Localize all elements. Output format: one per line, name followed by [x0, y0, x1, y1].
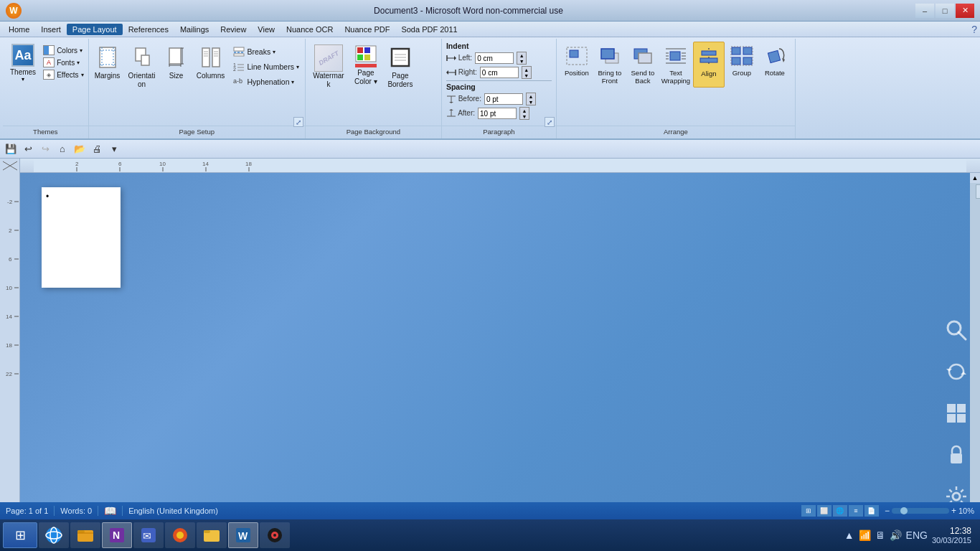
taskbar-media[interactable] — [260, 522, 290, 548]
before-spacing-input[interactable]: 0 pt — [484, 93, 523, 105]
maximize-button[interactable]: □ — [936, 4, 954, 18]
page-setup-expand-button[interactable]: ⤢ — [293, 117, 303, 127]
close-button[interactable]: ✕ — [956, 4, 974, 18]
menu-references[interactable]: References — [123, 24, 174, 35]
page-color-button[interactable]: Page Color ▾ — [349, 42, 383, 92]
left-indent-down[interactable]: ▼ — [517, 58, 526, 64]
redo-button[interactable]: ↪ — [37, 142, 53, 156]
menu-soda-pdf[interactable]: Soda PDF 2011 — [395, 24, 463, 35]
menu-page-layout[interactable]: Page Layout — [67, 24, 123, 35]
view-fullscreen-button[interactable]: ⬜ — [817, 505, 831, 517]
menu-mailings[interactable]: Mailings — [174, 24, 215, 35]
title-bar: W Document3 - Microsoft Word non-commerc… — [0, 0, 980, 22]
minimize-button[interactable]: – — [915, 4, 934, 18]
taskbar-clock[interactable]: 12:38 30/03/2015 — [932, 526, 971, 545]
send-to-back-button[interactable]: Send to Back — [627, 42, 659, 88]
start-button[interactable]: ⊞ — [3, 522, 37, 548]
zoom-out-button[interactable]: − — [885, 506, 890, 516]
fonts-sub-button[interactable]: A Fonts ▾ — [42, 57, 85, 68]
breaks-icon — [232, 46, 245, 57]
right-indent-input[interactable]: 0 cm — [480, 67, 519, 78]
bring-to-front-button[interactable]: Bring to Front — [594, 42, 626, 88]
right-indent-down[interactable]: ▼ — [522, 72, 531, 78]
rotate-button[interactable]: Rotate — [759, 42, 791, 88]
zoom-in-button[interactable]: + — [951, 506, 956, 516]
page-color-icon — [353, 44, 379, 69]
windows-side-icon[interactable] — [943, 400, 970, 427]
lock-side-icon[interactable] — [943, 441, 970, 468]
svg-text:W: W — [238, 530, 248, 542]
quick-print-button[interactable]: 🖨 — [89, 142, 105, 156]
hyphenation-button[interactable]: a-b Hyphenation ▾ — [230, 75, 302, 89]
taskbar-word[interactable]: W — [228, 522, 258, 548]
view-outline-button[interactable]: ≡ — [849, 505, 863, 517]
taskbar: ⊞ N ✉ W ▲ 📶 🖥 🔊 ENG 12:38 30/03/201 — [0, 519, 980, 551]
orientation-button[interactable]: Orientation — [126, 42, 158, 92]
sync-side-icon[interactable] — [943, 358, 970, 385]
effects-sub-button[interactable]: ◈ Effects ▾ — [42, 69, 85, 80]
taskbar-explorer[interactable] — [70, 522, 100, 548]
taskbar-filemanager[interactable] — [197, 522, 227, 548]
view-draft-button[interactable]: 📄 — [864, 505, 879, 517]
colors-sub-button[interactable]: Colors ▾ — [42, 44, 85, 56]
position-button[interactable]: Position — [561, 42, 593, 88]
left-indent-input[interactable]: 0 cm — [475, 52, 514, 64]
zoom-slider[interactable] — [892, 508, 949, 514]
view-web-button[interactable]: 🌐 — [833, 505, 847, 517]
scroll-thumb[interactable] — [976, 184, 980, 199]
watermark-button[interactable]: DRAFT Watermark — [310, 42, 347, 92]
view-print-button[interactable]: ⊞ — [801, 505, 816, 517]
toolbar-dropdown[interactable]: ▾ — [106, 142, 122, 156]
taskbar-app1[interactable]: ✉ — [133, 522, 164, 548]
tray-arrow[interactable]: ▲ — [844, 529, 854, 541]
bring-to-front-icon — [597, 44, 623, 67]
taskbar-onenote[interactable]: N — [102, 522, 132, 548]
scroll-up-button[interactable]: ▲ — [970, 173, 980, 183]
before-spacing-down[interactable]: ▼ — [527, 99, 535, 105]
menu-home[interactable]: Home — [3, 24, 35, 35]
taskbar-firefox[interactable] — [165, 522, 195, 548]
customize-button[interactable]: ⌂ — [55, 142, 70, 156]
search-side-icon[interactable] — [943, 316, 970, 344]
bring-to-front-label: Bring to Front — [598, 69, 622, 85]
document-canvas[interactable]: • ▲ ▼ — [20, 173, 980, 527]
undo-button[interactable]: ↩ — [20, 142, 36, 156]
line-numbers-button[interactable]: 12 Line Numbers ▾ — [230, 60, 302, 74]
document-page[interactable]: • — [42, 187, 121, 288]
taskbar-ie[interactable] — [39, 522, 69, 548]
right-indent-up[interactable]: ▲ — [522, 67, 531, 72]
ruler-corner[interactable] — [0, 159, 20, 173]
menu-nuance-ocr[interactable]: Nuance OCR — [281, 24, 339, 35]
text-wrapping-button[interactable]: Text Wrapping — [660, 42, 692, 88]
tray-network[interactable]: 🖥 — [875, 529, 885, 541]
tray-lang[interactable]: ENG — [906, 529, 928, 541]
before-spacing-up[interactable]: ▲ — [527, 93, 535, 99]
vertical-scrollbar[interactable]: ▲ ▼ — [970, 173, 980, 527]
help-icon[interactable]: ? — [971, 24, 977, 35]
svg-rect-56 — [601, 49, 614, 59]
align-icon — [696, 45, 722, 68]
left-indent-up[interactable]: ▲ — [517, 52, 526, 58]
group-button[interactable]: Group — [726, 42, 758, 88]
size-button[interactable]: Size — [161, 42, 192, 92]
menu-insert[interactable]: Insert — [35, 24, 67, 35]
columns-button[interactable]: Columns — [195, 42, 227, 92]
menu-nuance-pdf[interactable]: Nuance PDF — [339, 24, 395, 35]
open-button[interactable]: 📂 — [72, 142, 88, 156]
align-button[interactable]: Align — [693, 42, 725, 88]
tray-wifi[interactable]: 📶 — [859, 529, 871, 541]
after-spacing-up[interactable]: ▲ — [520, 108, 529, 113]
margins-button[interactable]: Margins — [92, 42, 123, 92]
page-borders-button[interactable]: Page Borders — [385, 42, 416, 92]
themes-button[interactable]: Aa Themes ▾ — [6, 42, 40, 85]
menu-view[interactable]: View — [252, 24, 281, 35]
after-spacing-input[interactable]: 10 pt — [478, 108, 517, 119]
breaks-button[interactable]: Breaks ▾ — [230, 44, 302, 59]
paragraph-expand-button[interactable]: ⤢ — [545, 117, 555, 127]
tray-volume[interactable]: 🔊 — [890, 529, 902, 541]
save-button[interactable]: 💾 — [3, 142, 19, 156]
after-spacing-down[interactable]: ▼ — [520, 113, 529, 119]
svg-rect-36 — [355, 64, 377, 67]
spelling-icon[interactable]: 📖 — [104, 505, 116, 517]
menu-review[interactable]: Review — [215, 24, 252, 35]
